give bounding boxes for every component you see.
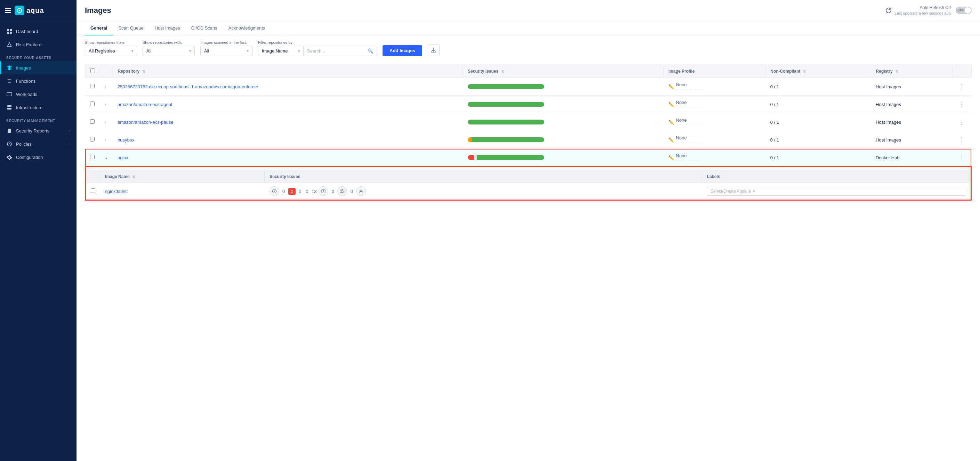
registry-cell: Host Images <box>871 78 953 95</box>
more-icon[interactable]: ⋮ <box>958 136 966 143</box>
filter-repos-from-select[interactable]: All Registries ▾ <box>85 46 137 56</box>
expand-cell[interactable]: › <box>100 78 113 95</box>
svg-rect-3 <box>10 29 12 31</box>
sort-icon: ⇅ <box>142 70 145 73</box>
edit-icon[interactable]: ✏️ <box>668 155 674 160</box>
chevron-down-icon: ▾ <box>753 189 755 194</box>
row-checkbox[interactable] <box>90 137 95 141</box>
infrastructure-icon <box>6 104 13 111</box>
sub-row-security-issues-cell: 0 1 0 0 13 0 <box>265 183 702 200</box>
tab-general[interactable]: General <box>85 21 113 35</box>
sort-icon: ⇅ <box>895 70 898 73</box>
row-checkbox[interactable] <box>90 84 95 88</box>
sub-header-security-issues: Security Issues <box>265 171 702 183</box>
row-checkbox[interactable] <box>90 155 95 159</box>
header-security-issues[interactable]: Security Issues ⇅ <box>463 65 663 78</box>
expand-cell[interactable]: ⌄ <box>100 149 113 167</box>
progress-bar-green <box>477 155 544 160</box>
image-link[interactable]: nginx:latest <box>105 189 128 194</box>
sidebar-item-infrastructure[interactable]: Infrastructure <box>0 101 76 114</box>
sidebar-item-dashboard[interactable]: Dashboard <box>0 25 76 38</box>
header-repository[interactable]: Repository ⇅ <box>113 65 463 78</box>
security-issues-badges: 0 1 0 0 13 0 <box>269 186 697 196</box>
header-non-compliant[interactable]: Non-Compliant ⇅ <box>765 65 871 78</box>
count4: 13 <box>312 189 317 194</box>
filter-by-label: Filter repositories by: <box>258 40 377 45</box>
export-button[interactable] <box>428 44 439 56</box>
header-expand-cell <box>100 65 113 78</box>
logo-text: aqua <box>26 6 44 14</box>
section-label-secure: Secure Your Assets <box>0 51 76 61</box>
repo-link[interactable]: amazon/amazon-ecs-pause <box>118 119 173 125</box>
expand-cell[interactable]: › <box>100 131 113 149</box>
image-profile-cell: ✏️ None - - - - - - - - <box>663 95 765 113</box>
sub-header-image-name[interactable]: Image Name ⇅ <box>100 171 265 183</box>
filter-by-value: Image Name <box>262 48 288 54</box>
repo-link[interactable]: nginx <box>118 155 128 160</box>
image-profile: ✏️ None - - - - - - - - <box>668 153 760 162</box>
sidebar-item-configuration[interactable]: Configuration <box>0 151 76 164</box>
progress-bar <box>468 119 544 124</box>
header-image-profile: Image Profile <box>663 65 765 78</box>
edit-icon[interactable]: ✏️ <box>668 102 674 107</box>
sidebar-item-policies[interactable]: Policies › <box>0 137 76 151</box>
filter-images-scanned-select[interactable]: All ▾ <box>200 46 253 56</box>
sidebar-item-risk-explorer[interactable]: Risk Explorer <box>0 38 76 51</box>
search-input[interactable] <box>307 48 366 54</box>
hamburger-icon[interactable] <box>5 8 11 13</box>
layers-icon <box>6 65 13 71</box>
labels-select[interactable]: Select/Create Aqua la ▾ <box>706 187 966 196</box>
sidebar-item-label: Workloads <box>16 92 37 97</box>
tab-host-images[interactable]: Host Images <box>149 21 186 35</box>
registry-cell: Host Images <box>871 131 953 149</box>
registry-cell: Host Images <box>871 113 953 131</box>
repo-link[interactable]: 250256720782.dkr.ecr.ap-southeast-1.amaz… <box>118 84 258 89</box>
add-images-button[interactable]: Add Images <box>383 45 422 56</box>
malware-count: 0 <box>330 189 335 194</box>
section-label-security: Security Management <box>0 114 76 124</box>
repo-cell: nginx <box>113 149 463 167</box>
security-issues-cell <box>463 131 663 149</box>
repo-link[interactable]: amazon/amazon-ecs-agent <box>118 102 172 107</box>
config-icon <box>6 154 13 160</box>
sidebar-item-security-reports[interactable]: Security Reports › <box>0 124 76 137</box>
sidebar-item-images[interactable]: Images <box>0 61 76 75</box>
expand-cell[interactable]: › <box>100 113 113 131</box>
more-icon[interactable]: ⋮ <box>958 101 966 108</box>
chevron-right-icon: › <box>69 142 70 146</box>
tab-scan-queue[interactable]: Scan Queue <box>113 21 149 35</box>
tab-cicd-scans[interactable]: CI/CD Scans <box>186 21 223 35</box>
header-registry[interactable]: Registry ⇅ <box>871 65 953 78</box>
count3: 0 <box>305 189 310 194</box>
sidebar-item-label: Functions <box>16 79 35 84</box>
row-checkbox[interactable] <box>90 119 95 124</box>
tab-acknowledgments[interactable]: Acknowledgments <box>223 21 271 35</box>
edit-icon[interactable]: ✏️ <box>668 84 674 89</box>
svg-rect-4 <box>7 32 9 34</box>
select-all-checkbox[interactable] <box>91 68 95 73</box>
refresh-icon[interactable] <box>885 7 892 14</box>
filter-by-select[interactable]: Image Name ▾ <box>258 46 303 56</box>
table-header-row: Repository ⇅ Security Issues ⇅ Image Pro… <box>85 65 971 78</box>
more-icon[interactable]: ⋮ <box>958 154 966 161</box>
sidebar-item-functions[interactable]: Functions <box>0 75 76 87</box>
auto-refresh-toggle[interactable]: OFF <box>956 6 972 14</box>
more-icon[interactable]: ⋮ <box>958 83 966 90</box>
registry-cell: Host Images <box>871 95 953 113</box>
sidebar-item-label: Infrastructure <box>16 105 43 110</box>
sidebar-item-workloads[interactable]: Workloads <box>0 87 76 101</box>
image-profile-cell: ✏️ None - - - - - - - - <box>663 113 765 131</box>
bug-icon <box>337 186 347 196</box>
sub-table-header: Image Name ⇅ Security Issues Labels <box>86 171 971 183</box>
filter-repos-with-select[interactable]: All ▾ <box>143 46 195 56</box>
sub-row-checkbox[interactable] <box>91 188 95 193</box>
more-icon[interactable]: ⋮ <box>958 119 966 126</box>
filter-images-scanned-label: Images scanned in the last: <box>200 40 253 45</box>
image-profile-cell: ✏️ None - - - - - - - - <box>663 78 765 95</box>
dashboard-icon <box>6 28 13 34</box>
repo-link[interactable]: busybox <box>118 137 134 143</box>
edit-icon[interactable]: ✏️ <box>668 137 674 143</box>
row-checkbox[interactable] <box>90 102 95 106</box>
expand-cell[interactable]: › <box>100 95 113 113</box>
edit-icon[interactable]: ✏️ <box>668 119 674 125</box>
